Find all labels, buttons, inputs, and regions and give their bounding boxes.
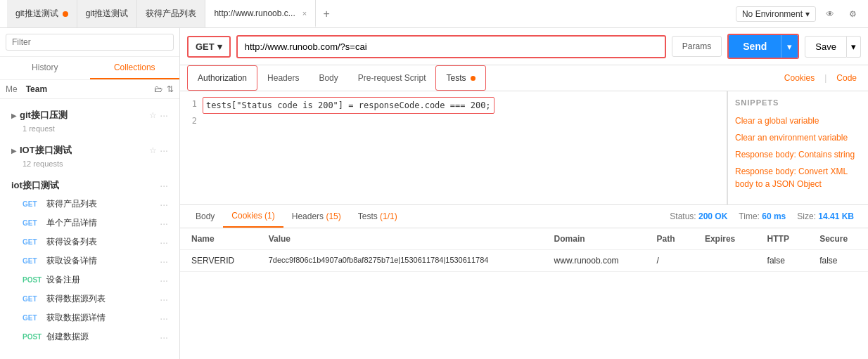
line-code <box>203 114 208 128</box>
tab-products[interactable]: 获得产品列表 <box>137 0 205 27</box>
more-icon[interactable]: ··· <box>160 145 168 156</box>
more-icon[interactable]: ··· <box>160 237 168 248</box>
more-icon[interactable]: ··· <box>160 313 168 324</box>
collection-name: iot接口测试 <box>11 179 157 192</box>
collection-iot1: ▶ IOT接口测试 ☆ ··· 12 requests <box>0 137 179 172</box>
more-icon[interactable]: ··· <box>160 332 168 343</box>
code-link[interactable]: Code <box>832 66 861 90</box>
snippet-item[interactable]: Clear an environment variable <box>735 129 861 146</box>
size-value: 14.41 KB <box>818 211 854 221</box>
more-icon[interactable]: ··· <box>160 218 168 229</box>
collection-count: 12 requests <box>6 159 174 168</box>
snippets-panel: SNIPPETS Clear a global variable Clear a… <box>727 91 868 204</box>
sidebar-tabs: History Collections <box>0 57 179 80</box>
more-icon[interactable]: ··· <box>160 199 168 210</box>
collection-name: git接口压测 <box>20 109 146 122</box>
tab-close-icon[interactable]: × <box>302 9 307 18</box>
tab-authorization[interactable]: Authorization <box>187 65 257 91</box>
more-icon[interactable]: ··· <box>160 256 168 267</box>
resp-tab-tests[interactable]: Tests (1/1) <box>350 206 406 227</box>
sidebar-filter-area <box>0 28 179 57</box>
list-item[interactable]: POST 设备注册 ··· <box>6 270 174 289</box>
method-badge: POST <box>23 333 46 341</box>
method-badge: GET <box>23 314 46 322</box>
url-input[interactable] <box>238 37 665 57</box>
content: GET ▾ Params Send ▾ Save ▾ <box>180 28 868 359</box>
sidebar-tab-history[interactable]: History <box>0 57 90 79</box>
star-icon[interactable]: ☆ <box>149 110 157 120</box>
collection-count: 1 request <box>6 124 174 133</box>
tab-git1[interactable]: git推送测试 <box>7 0 77 27</box>
sort-icon[interactable]: ⇅ <box>167 84 174 94</box>
filter-input[interactable] <box>6 34 174 51</box>
method-badge: GET <box>23 257 46 265</box>
request-name: 设备注册 <box>46 274 160 286</box>
topbar: git推送测试 git推送测试 获得产品列表 http://www.runoob… <box>0 0 868 28</box>
collection-iot2-header[interactable]: iot接口测试 ··· <box>6 176 174 195</box>
cookies-link[interactable]: Cookies <box>780 66 819 90</box>
list-item[interactable]: GET 获得设备列表 ··· <box>6 233 174 252</box>
team-option[interactable]: Team <box>26 84 47 94</box>
tab-tests[interactable]: Tests <box>435 65 485 91</box>
me-option[interactable]: Me <box>6 84 18 94</box>
tab-headers[interactable]: Headers <box>257 66 309 90</box>
save-button[interactable]: Save <box>805 36 847 58</box>
sidebar-tab-collections[interactable]: Collections <box>90 57 180 79</box>
request-name: 获得产品列表 <box>46 198 160 210</box>
env-select[interactable]: No Environment ▾ <box>736 6 816 22</box>
method-badge: GET <box>23 200 46 208</box>
save-button-wrap: Save ▾ <box>805 36 861 58</box>
request-name: 获得数据源列表 <box>46 293 160 305</box>
tab-prerequest[interactable]: Pre-request Script <box>348 66 436 90</box>
list-item[interactable]: GET 获得产品列表 ··· <box>6 195 174 214</box>
more-icon[interactable]: ··· <box>160 180 168 191</box>
list-item[interactable]: GET 获取数据源详情 ··· <box>6 308 174 327</box>
resp-tab-body[interactable]: Body <box>187 206 223 227</box>
send-button-wrap: Send ▾ <box>727 34 799 59</box>
send-button[interactable]: Send <box>729 35 781 58</box>
list-item[interactable]: GET 获得数据源列表 ··· <box>6 289 174 308</box>
response-area: Body Cookies (1) Headers (15) Tests (1/1… <box>180 204 868 359</box>
gear-icon[interactable]: ⚙ <box>844 6 861 22</box>
collection-iot1-header[interactable]: ▶ IOT接口测试 ☆ ··· <box>6 141 174 159</box>
tab-label: git推送测试 <box>86 8 129 20</box>
code-editor[interactable]: 1 tests["Status code is 200"] = response… <box>180 91 727 204</box>
method-select[interactable]: GET ▾ <box>187 36 231 58</box>
snippet-item[interactable]: Clear a global variable <box>735 112 861 129</box>
line-code: tests["Status code is 200"] = responseCo… <box>203 97 494 114</box>
collections-list: ▶ git接口压测 ☆ ··· 1 request ▶ IOT接口测试 ☆ ··… <box>0 99 179 359</box>
request-name: 获得设备列表 <box>46 236 160 248</box>
cookie-http: false <box>756 250 809 272</box>
new-folder-icon[interactable]: 🗁 <box>154 84 162 94</box>
arrow-icon: ▶ <box>11 112 17 119</box>
tab-runoob[interactable]: http://www.runoob.c... × <box>205 0 316 27</box>
list-item[interactable]: GET 获取设备详情 ··· <box>6 252 174 270</box>
send-dropdown-button[interactable]: ▾ <box>781 35 798 58</box>
cookie-secure: false <box>808 250 868 272</box>
list-item[interactable]: GET 单个产品详情 ··· <box>6 214 174 233</box>
more-icon[interactable]: ··· <box>160 294 168 305</box>
more-icon[interactable]: ··· <box>160 275 168 286</box>
star-icon[interactable]: ☆ <box>149 145 157 155</box>
add-tab-button[interactable]: + <box>316 0 337 27</box>
tab-body[interactable]: Body <box>309 66 347 90</box>
save-dropdown-button[interactable]: ▾ <box>847 36 861 58</box>
collection-name: IOT接口测试 <box>20 144 146 157</box>
more-icon[interactable]: ··· <box>160 110 168 121</box>
resp-tab-headers[interactable]: Headers (15) <box>283 206 350 227</box>
resp-tab-cookies[interactable]: Cookies (1) <box>223 205 283 228</box>
list-item[interactable]: POST 创建数据源 ··· <box>6 327 174 346</box>
snippet-item[interactable]: Response body: Convert XML body to a JSO… <box>735 163 861 192</box>
eye-icon[interactable]: 👁 <box>822 6 838 22</box>
tab-label: http://www.runoob.c... <box>214 8 295 18</box>
collection-git-header[interactable]: ▶ git接口压测 ☆ ··· <box>6 106 174 124</box>
params-button[interactable]: Params <box>672 36 722 57</box>
snippets-title: SNIPPETS <box>735 98 861 107</box>
cookie-expires <box>694 250 756 272</box>
tab-git2[interactable]: git推送测试 <box>77 0 138 27</box>
method-badge: GET <box>23 219 46 227</box>
response-tabs-bar: Body Cookies (1) Headers (15) Tests (1/1… <box>180 205 868 228</box>
snippet-item[interactable]: Response body: Contains string <box>735 146 861 163</box>
tests-dot <box>471 76 476 81</box>
arrow-icon: ▶ <box>11 147 17 155</box>
